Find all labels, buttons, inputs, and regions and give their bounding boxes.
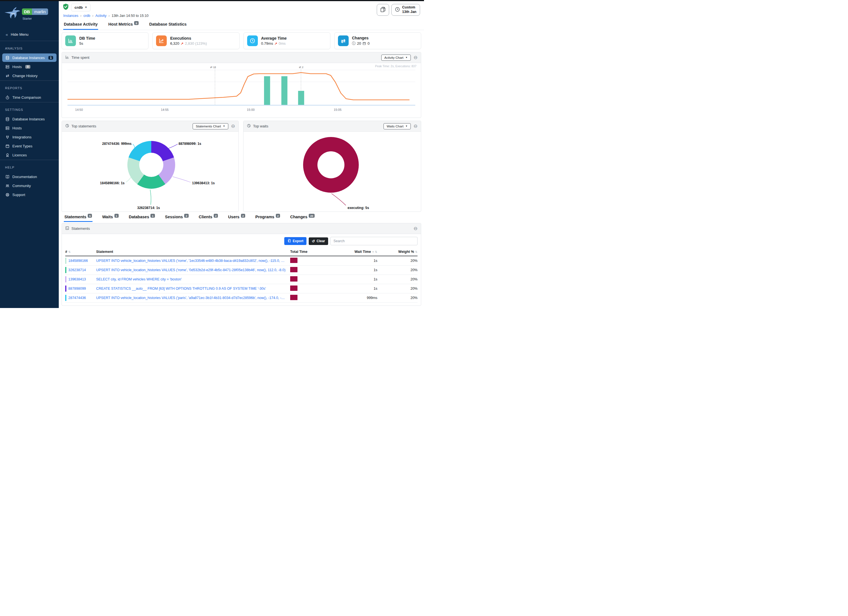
sidebar-item-label: Hosts xyxy=(12,126,22,130)
tab-changes[interactable]: Changes20 xyxy=(290,214,315,222)
wait-time-value: 1s xyxy=(332,268,377,272)
sidebar-item-integrations[interactable]: Integrations xyxy=(2,133,56,141)
col-header-total-time[interactable]: Total Time xyxy=(290,250,332,254)
hide-menu-button[interactable]: « Hide Menu xyxy=(0,29,59,41)
sort-icon[interactable]: ⇅ xyxy=(415,250,418,254)
card-value: 6,320↗2,830 (123%) xyxy=(170,42,207,46)
breadcrumb-item[interactable]: Activity xyxy=(95,14,107,18)
donut-slice-label: 287474436: 999ms xyxy=(102,142,132,146)
waits-chart-select[interactable]: Waits Chart ▼ xyxy=(384,123,411,129)
change-marker-label[interactable]: ⇄2 xyxy=(299,66,303,69)
clear-button[interactable]: ↺ Clear xyxy=(309,237,328,245)
breadcrumb-item: 13th Jan 14:50 to 15:10 xyxy=(112,14,148,18)
sort-icon[interactable]: ⇅ xyxy=(68,250,71,254)
instance-selector-button[interactable]: crdb ▼ xyxy=(71,4,90,11)
activity-chart-select[interactable]: Activity Chart ▼ xyxy=(381,55,411,61)
top-waits-donut[interactable]: executing: 5s xyxy=(243,132,421,212)
card-title: Executions xyxy=(170,36,207,40)
licence-icon xyxy=(5,153,10,157)
x-axis-tick: 15:05 xyxy=(334,108,342,111)
change-count: 20 xyxy=(357,42,361,46)
sort-asc-icon[interactable]: ↑ xyxy=(372,250,374,254)
statement-id-link[interactable]: 887898099 xyxy=(68,286,86,291)
tab-statements[interactable]: Statements5 xyxy=(64,214,92,222)
sidebar-item-database-instances[interactable]: Database Instances1 xyxy=(2,53,56,62)
sidebar-item-licences[interactable]: Licences xyxy=(2,151,56,159)
tab-badge: 5 xyxy=(88,214,92,218)
chevron-double-left-icon: « xyxy=(6,32,8,37)
bar-chart-icon xyxy=(65,55,69,60)
sidebar-item-community[interactable]: Community xyxy=(2,181,56,190)
sidebar-item-hosts[interactable]: Hosts xyxy=(2,124,56,132)
statement-sql-link[interactable]: UPSERT INTO vehicle_location_histories V… xyxy=(96,296,290,300)
time-range-button[interactable]: Custom 13th Jan xyxy=(391,4,420,16)
collapse-panel-icon[interactable]: ⊖ xyxy=(231,124,235,129)
sort-icon[interactable]: ⇅ xyxy=(375,250,377,254)
card-changes: ⇄Changesⓘ200 xyxy=(334,32,421,49)
x-axis-tick: 14:50 xyxy=(75,108,83,111)
statement-sql-link[interactable]: SELECT city, id FROM vehicles WHERE city… xyxy=(96,278,290,281)
tab-badge: 2 xyxy=(214,214,218,218)
statement-id-link[interactable]: 139638413 xyxy=(68,278,86,281)
collapse-panel-icon[interactable]: ⊖ xyxy=(414,124,418,129)
time-spent-header: Time spent Activity Chart ▼ ⊖ xyxy=(62,52,421,63)
tab-label: Statements xyxy=(64,215,86,219)
top-waits-panel: Top waits Waits Chart ▼ ⊖ executing: 5s xyxy=(243,121,421,212)
tab-host-metrics[interactable]: Host Metrics0 xyxy=(108,20,139,30)
tab-label: Changes xyxy=(290,215,307,219)
col-header-wait-time[interactable]: Wait Time↑⇅ xyxy=(332,250,377,254)
brand-db: DB xyxy=(22,9,32,15)
sidebar-item-label: Documentation xyxy=(12,175,37,179)
time-range-mode: Custom xyxy=(402,5,417,10)
top-statements-donut[interactable]: 887898099: 1s139638413: 1s326238714: 1s1… xyxy=(62,132,239,212)
brand-marlin: marlin xyxy=(32,9,48,15)
sidebar-item-time-comparison[interactable]: Time Comparison xyxy=(2,93,56,101)
col-header-weight[interactable]: Weight %⇅ xyxy=(377,250,418,254)
tab-sessions[interactable]: Sessions2 xyxy=(165,214,189,222)
breadcrumb-item[interactable]: crdb xyxy=(83,14,90,18)
col-header-statement[interactable]: Statement xyxy=(96,250,290,254)
col-header-id[interactable]: #⇅ xyxy=(65,250,96,254)
sidebar-item-support[interactable]: Support xyxy=(2,190,56,199)
pie-chart-icon xyxy=(247,124,251,129)
tab-programs[interactable]: Programs2 xyxy=(255,214,280,222)
x-axis-ticks: 14:5014:5515:0015:05 xyxy=(67,108,415,114)
statements-table-title: Statements xyxy=(71,226,90,231)
tab-database-statistics[interactable]: Database Statistics xyxy=(149,20,187,30)
statements-chart-select[interactable]: Statements Chart ▼ xyxy=(193,123,228,129)
tab-clients[interactable]: Clients2 xyxy=(198,214,219,222)
statement-id-link[interactable]: 326238714 xyxy=(68,268,86,272)
app-logo[interactable]: DB marlin Starter xyxy=(0,1,59,29)
breadcrumb-item[interactable]: Instances xyxy=(63,14,79,18)
clock-icon xyxy=(395,7,400,13)
tab-label: Database Activity xyxy=(64,22,98,27)
export-button[interactable]: Export xyxy=(284,237,307,245)
tab-databases[interactable]: Databases1 xyxy=(128,214,156,222)
time-spent-plot[interactable] xyxy=(67,65,415,107)
tab-waits[interactable]: Waits1 xyxy=(101,214,119,222)
sidebar-item-event-types[interactable]: Event Types xyxy=(2,142,56,150)
tab-database-activity[interactable]: Database Activity xyxy=(63,20,98,30)
collapse-panel-icon[interactable]: ⊖ xyxy=(414,226,418,231)
sidebar-item-change-history[interactable]: ⇄Change History xyxy=(2,71,56,80)
copy-link-button[interactable] xyxy=(377,4,389,16)
statement-sql-link[interactable]: UPSERT INTO vehicle_location_histories V… xyxy=(96,259,290,263)
people-icon xyxy=(5,183,10,188)
sidebar-item-hosts[interactable]: Hosts0 xyxy=(2,62,56,71)
statements-table-head: #⇅StatementTotal TimeWait Time↑⇅Weight %… xyxy=(65,248,418,256)
change-marker-label[interactable]: ⇄18 xyxy=(210,66,216,69)
info-icon: ⓘ xyxy=(352,41,356,46)
wait-time-value: 1s xyxy=(332,259,377,263)
statement-id-link[interactable]: 1845898166 xyxy=(68,259,88,263)
statement-sql-link[interactable]: CREATE STATISTICS __auto__ FROM [63] WIT… xyxy=(96,286,290,291)
content: DB Time5sExecutions6,320↗2,830 (123%)Ave… xyxy=(59,30,424,308)
search-input[interactable] xyxy=(331,237,418,245)
collapse-panel-icon[interactable]: ⊖ xyxy=(414,55,418,60)
tab-users[interactable]: Users2 xyxy=(227,214,246,222)
statement-sql-link[interactable]: UPSERT INTO vehicle_location_histories V… xyxy=(96,268,290,272)
statement-id-link[interactable]: 287474436 xyxy=(68,296,86,300)
tab-label: Databases xyxy=(129,215,149,219)
sidebar-item-database-instances[interactable]: Database Instances xyxy=(2,115,56,123)
sidebar-item-documentation[interactable]: Documentation xyxy=(2,172,56,181)
breadcrumb-separator: › xyxy=(80,14,82,18)
